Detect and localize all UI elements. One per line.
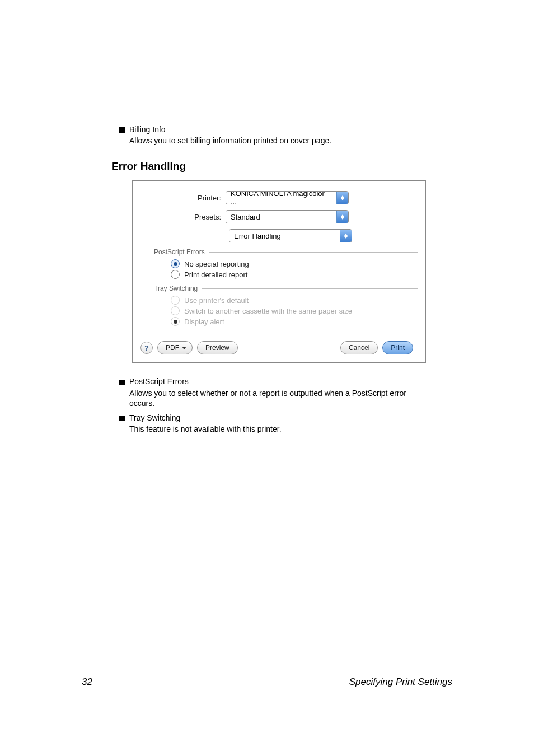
printer-label: Printer: xyxy=(140,194,226,202)
bullet-square xyxy=(119,416,125,421)
radio-switch-cassette: Switch to another cassette with the same… xyxy=(171,306,418,315)
radio-use-printer-default: Use printer's default xyxy=(171,296,418,305)
print-dialog: Printer: KONICA MINOLTA magicolor ... Pr… xyxy=(132,180,426,363)
chevron-updown-icon xyxy=(336,211,348,223)
chevron-updown-icon xyxy=(340,230,352,242)
page-number: 32 xyxy=(82,676,92,688)
pdf-menu-button[interactable]: PDF xyxy=(157,341,193,354)
presets-label: Presets: xyxy=(140,213,226,221)
radio-icon xyxy=(171,259,180,268)
tray-title: Tray Switching xyxy=(129,413,180,422)
presets-select[interactable]: Standard xyxy=(226,210,349,223)
tray-switching-block: Tray Switching This feature is not avail… xyxy=(119,413,425,434)
footer-section: Specifying Print Settings xyxy=(349,676,452,688)
page-footer: 32 Specifying Print Settings xyxy=(82,673,452,688)
radio-icon xyxy=(171,306,180,315)
cancel-button[interactable]: Cancel xyxy=(340,341,378,354)
billing-info-block: Billing Info Allows you to set billing i… xyxy=(119,124,425,146)
help-button[interactable]: ? xyxy=(140,342,153,354)
preview-button[interactable]: Preview xyxy=(197,341,238,354)
postscript-errors-block: PostScript Errors Allows you to select w… xyxy=(119,376,425,408)
postscript-title: PostScript Errors xyxy=(129,377,189,386)
radio-display-alert: Display alert xyxy=(171,317,418,326)
group-tray-label: Tray Switching xyxy=(154,284,202,292)
printer-value: KONICA MINOLTA magicolor ... xyxy=(226,192,336,204)
tray-desc: This feature is not available with this … xyxy=(129,424,425,434)
radio-no-special-reporting[interactable]: No special reporting xyxy=(171,259,418,268)
section-heading: Error Handling xyxy=(111,160,425,172)
pane-select[interactable]: Error Handling xyxy=(229,229,352,242)
presets-value: Standard xyxy=(226,211,336,223)
print-button[interactable]: Print xyxy=(382,341,413,354)
chevron-updown-icon xyxy=(336,192,348,204)
billing-title: Billing Info xyxy=(129,125,166,134)
printer-select[interactable]: KONICA MINOLTA magicolor ... xyxy=(226,191,349,204)
billing-desc: Allows you to set billing information pr… xyxy=(129,136,425,146)
bullet-square xyxy=(119,380,125,385)
pane-value: Error Handling xyxy=(229,230,340,242)
chevron-down-icon xyxy=(182,347,186,349)
postscript-desc: Allows you to select whether or not a re… xyxy=(129,388,425,408)
radio-icon xyxy=(171,296,180,305)
bullet-square xyxy=(119,127,125,133)
radio-icon xyxy=(171,317,180,326)
group-postscript-label: PostScript Errors xyxy=(154,248,209,256)
radio-icon xyxy=(171,270,180,279)
radio-print-detailed-report[interactable]: Print detailed report xyxy=(171,270,418,279)
